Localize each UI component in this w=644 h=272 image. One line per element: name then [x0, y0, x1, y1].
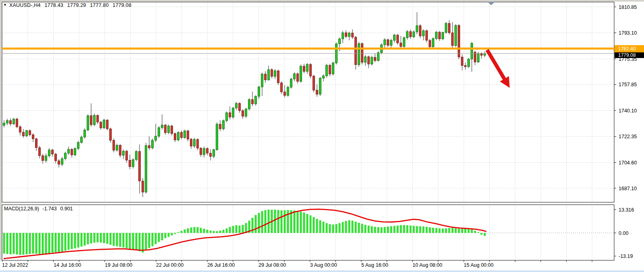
macd-bar: [100, 233, 102, 243]
macd-bar: [455, 228, 457, 233]
candle: [413, 32, 415, 37]
macd-bar: [355, 222, 357, 233]
candle: [16, 119, 18, 127]
candle: [310, 64, 312, 76]
price-axis[interactable]: 1810.851793.101775.351757.851740.101722.…: [614, 4, 637, 191]
svg-text:14 Jul 16:00: 14 Jul 16:00: [54, 262, 81, 268]
svg-text:1757.85: 1757.85: [619, 82, 637, 87]
candle: [432, 39, 434, 47]
candle: [52, 150, 54, 154]
macd-bar: [6, 233, 8, 254]
macd-bar: [384, 227, 386, 233]
candle: [168, 126, 170, 133]
candle: [213, 149, 215, 156]
svg-text:3 Aug 00:00: 3 Aug 00:00: [310, 262, 337, 268]
candle: [94, 115, 96, 125]
candle: [184, 131, 186, 138]
candle: [484, 53, 486, 55]
svg-text:1687.10: 1687.10: [619, 186, 637, 191]
macd-bar: [245, 223, 247, 233]
macd-bar: [200, 228, 202, 233]
candle: [97, 115, 99, 122]
candle: [448, 23, 450, 33]
candle: [377, 53, 379, 61]
candle: [274, 71, 276, 77]
macd-bar: [168, 233, 170, 237]
candle: [348, 33, 350, 37]
candle: [332, 63, 334, 74]
macd-bar: [226, 228, 228, 233]
macd-bar: [94, 233, 96, 243]
macd-bar: [436, 228, 438, 233]
candle: [181, 132, 183, 137]
macd-bar: [361, 224, 363, 233]
macd-bar: [55, 233, 57, 252]
macd-bar: [216, 231, 218, 233]
candle: [287, 87, 289, 95]
macd-bar: [310, 215, 312, 233]
svg-text:5 Aug 16:00: 5 Aug 16:00: [361, 262, 388, 268]
candle: [177, 132, 179, 140]
candle: [148, 145, 150, 148]
macd-bar: [439, 228, 441, 233]
macd-bar: [419, 226, 421, 233]
candle: [442, 32, 444, 39]
macd-bar: [129, 233, 131, 249]
candle: [294, 74, 296, 79]
macd-bar: [13, 233, 15, 254]
candle: [471, 43, 473, 59]
candle: [339, 39, 341, 44]
svg-text:13.316: 13.316: [619, 207, 634, 213]
macd-bar: [16, 233, 18, 255]
chart-window: 1810.851793.101775.351757.851740.101722.…: [0, 0, 644, 272]
macd-bar: [342, 222, 344, 233]
macd-axis[interactable]: 13.3160.00-13.19: [614, 207, 634, 259]
macd-bar: [329, 224, 331, 233]
macd-bar: [74, 233, 76, 248]
candle: [439, 32, 441, 39]
main-chart-panel[interactable]: [2, 2, 614, 202]
candle: [374, 57, 376, 60]
candle: [158, 128, 160, 136]
macd-bar: [368, 226, 370, 233]
macd-bar: [274, 210, 276, 233]
symbol-period-label: XAUUSD-,H4: [9, 2, 41, 8]
candle: [297, 74, 299, 81]
candle: [239, 103, 241, 110]
candle: [123, 151, 125, 155]
svg-text:29 Jul 08:00: 29 Jul 08:00: [258, 262, 286, 268]
candle: [129, 160, 131, 167]
macd-bar: [306, 214, 308, 233]
macd-bar: [258, 213, 260, 233]
candle: [216, 124, 218, 149]
macd-bar: [316, 219, 318, 233]
candle: [152, 140, 154, 148]
macd-bar: [348, 220, 350, 233]
macd-bar: [432, 228, 434, 233]
candle: [245, 109, 247, 116]
macd-bar: [71, 233, 73, 249]
candle: [458, 25, 460, 57]
close-value: 1779.08: [113, 2, 131, 8]
time-axis[interactable]: 12 Jul 202214 Jul 16:0019 Jul 08:0022 Ju…: [2, 260, 592, 268]
candle: [45, 156, 47, 161]
macd-bar: [190, 227, 192, 233]
candle: [32, 135, 34, 139]
macd-bar: [19, 233, 21, 255]
chart-canvas[interactable]: 1810.851793.101775.351757.851740.101722.…: [0, 0, 644, 272]
macd-bar: [152, 233, 154, 246]
macd-bar: [477, 232, 479, 233]
macd-bar: [90, 233, 92, 243]
macd-bar: [165, 233, 167, 238]
candle: [361, 44, 363, 62]
svg-text:19 Jul 08:00: 19 Jul 08:00: [105, 262, 132, 268]
candle: [303, 66, 305, 71]
macd-bar: [232, 226, 234, 233]
macd-bar: [29, 233, 31, 254]
candle: [74, 148, 76, 155]
macd-bar: [339, 223, 341, 233]
candle: [271, 70, 273, 77]
candle: [194, 139, 196, 146]
macd-bar: [297, 211, 299, 233]
symbol-dropdown-icon[interactable]: ▼: [3, 3, 7, 7]
